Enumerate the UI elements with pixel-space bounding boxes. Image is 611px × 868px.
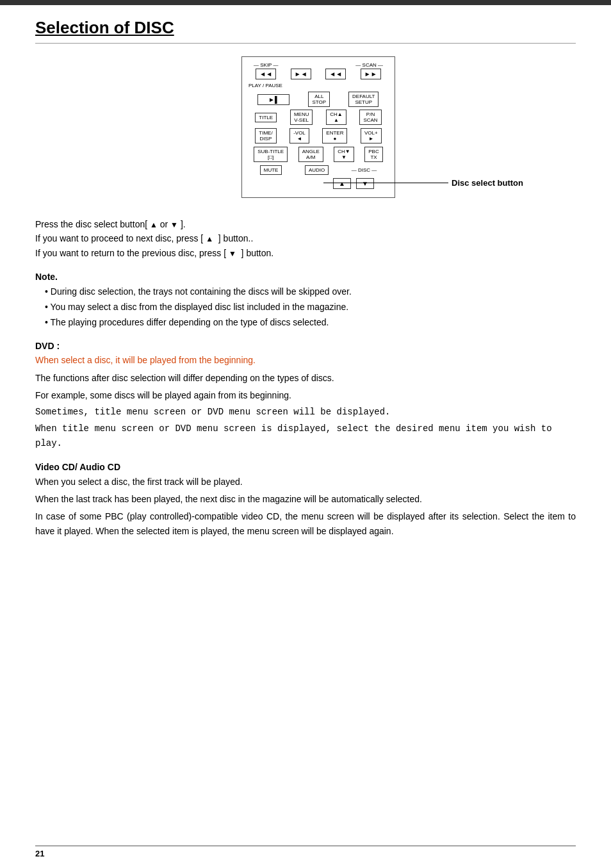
page-content: Selection of DISC — SKIP — — SCAN — ◄◄ ►…: [0, 5, 611, 589]
btn-time-disp[interactable]: TIME/DISP: [255, 128, 276, 143]
dvd-subtitle: When select a disc, it will be played fr…: [35, 354, 576, 367]
remote-row-2: PLAY / PAUSE: [248, 83, 388, 88]
top-bar: [0, 0, 611, 5]
remote-row-6: MUTE AUDIO — DISC —: [248, 165, 388, 175]
note-item-2: You may select a disc from the displayed…: [35, 300, 576, 314]
page-title: Selection of DISC: [35, 18, 576, 44]
diagram-section: — SKIP — — SCAN — ◄◄ ►◄ ◄◄ ►► PLAY / PAU…: [35, 56, 576, 198]
btn-subtitle[interactable]: SUB-TITLE[□]: [254, 147, 288, 162]
remote-row-5: SUB-TITLE[□] ANGLEA/M CH▼▼ PBCTX: [248, 147, 388, 162]
remote-control: — SKIP — — SCAN — ◄◄ ►◄ ◄◄ ►► PLAY / PAU…: [241, 56, 395, 198]
scan-label: — SCAN —: [355, 62, 383, 68]
callout-container: Disc select button: [323, 178, 523, 188]
remote-row-1: ◄◄ ►◄ ◄◄ ►►: [248, 69, 388, 79]
btn-pbc[interactable]: PBCTX: [364, 147, 382, 162]
btn-menu-vsel[interactable]: MENUV-SEL: [290, 110, 313, 125]
intro-text: Press the disc select button[ ▲ or ▼ ]. …: [35, 217, 576, 260]
btn-skip-back[interactable]: ◄◄: [256, 69, 276, 79]
btn-skip-fwd[interactable]: ►◄: [291, 69, 311, 79]
dvd-line-2: For example, some discs will be played a…: [35, 388, 576, 402]
btn-mute[interactable]: MUTE: [260, 165, 282, 175]
btn-audio[interactable]: AUDIO: [305, 165, 329, 175]
page-footer: 21: [35, 846, 576, 858]
callout-line: [323, 183, 448, 183]
intro-line-2: If you want to proceed to next disc, pre…: [35, 231, 576, 245]
btn-scan-fwd[interactable]: ►►: [361, 69, 381, 79]
videocd-line-3: In case of some PBC (play controlled)-co…: [35, 509, 576, 539]
skip-label: — SKIP —: [254, 62, 279, 68]
btn-all-stop[interactable]: ALLSTOP: [308, 92, 330, 107]
btn-default-setup[interactable]: DEFAULTSETUP: [348, 92, 379, 107]
intro-line-1: Press the disc select button[ ▲ or ▼ ].: [35, 217, 576, 231]
note-section: Note. During disc selection, the trays n…: [35, 272, 576, 329]
disc-select-button-label: Disc select button: [452, 178, 523, 188]
videocd-section: Video CD/ Audio CD When you select a dis…: [35, 462, 576, 539]
btn-scan-back[interactable]: ◄◄: [325, 69, 346, 79]
play-pause-label: PLAY / PAUSE: [248, 83, 282, 88]
dvd-line-3: Sometimes, title menu screen or DVD menu…: [35, 405, 576, 419]
btn-vol-up[interactable]: VOL+►: [361, 128, 382, 143]
remote-row-3: TITLE MENUV-SEL CH▲▲ P/NSCAN: [248, 110, 388, 125]
dvd-line-1: The functions after disc selection will …: [35, 371, 576, 385]
videocd-line-1: When you select a disc, the first track …: [35, 475, 576, 489]
videocd-line-2: When the last track has been played, the…: [35, 492, 576, 507]
dvd-title: DVD :: [35, 341, 576, 351]
remote-row-2b: ►▌ ALLSTOP DEFAULTSETUP: [248, 92, 388, 107]
videocd-title: Video CD/ Audio CD: [35, 462, 576, 472]
btn-ch-down[interactable]: CH▼▼: [334, 147, 354, 162]
btn-enter[interactable]: ENTER●: [322, 128, 347, 143]
remote-diagram: — SKIP — — SCAN — ◄◄ ►◄ ◄◄ ►► PLAY / PAU…: [241, 56, 395, 198]
btn-vol-down[interactable]: -VOL◄: [289, 128, 309, 143]
btn-play-pause[interactable]: ►▌: [257, 94, 289, 105]
dvd-section: DVD : When select a disc, it will be pla…: [35, 341, 576, 450]
remote-row-4: TIME/DISP -VOL◄ ENTER● VOL+►: [248, 128, 388, 143]
note-title: Note.: [35, 272, 576, 282]
btn-ch-up[interactable]: CH▲▲: [326, 110, 346, 125]
btn-pn-scan[interactable]: P/NSCAN: [359, 110, 381, 125]
dvd-line-4: When title menu screen or DVD menu scree…: [35, 422, 576, 450]
page-number: 21: [35, 849, 44, 858]
disc-section-label: — DISC —: [352, 167, 377, 173]
btn-title[interactable]: TITLE: [255, 113, 277, 122]
note-item-1: During disc selection, the trays not con…: [35, 285, 576, 299]
btn-angle[interactable]: ANGLEA/M: [298, 147, 323, 162]
intro-line-3: If you want to return to the previous di…: [35, 246, 576, 260]
note-item-3: The playing procedures differ depending …: [35, 316, 576, 329]
